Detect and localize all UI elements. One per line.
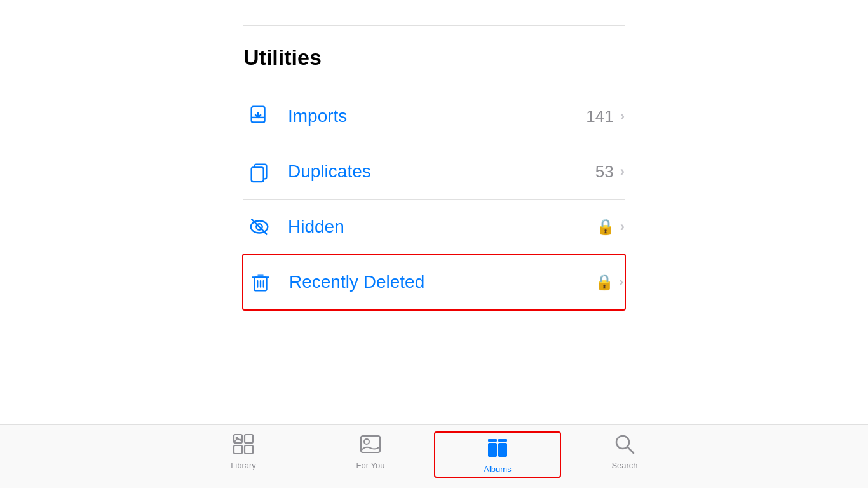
library-tab-icon [231, 431, 256, 457]
tab-library[interactable]: Library [180, 431, 307, 470]
imports-chevron: › [620, 108, 625, 125]
svg-rect-23 [488, 439, 497, 442]
duplicates-count: 53 [595, 162, 614, 182]
imports-label: Imports [288, 106, 586, 126]
duplicate-icon [243, 156, 275, 187]
recently-deleted-chevron: › [619, 274, 623, 290]
for-you-tab-icon [358, 431, 383, 457]
utilities-list: Imports 141 › Duplicates 53 › [243, 89, 625, 309]
search-tab-label: Search [611, 461, 637, 470]
hidden-label: Hidden [288, 217, 596, 237]
svg-point-20 [364, 439, 369, 444]
svg-rect-24 [498, 439, 507, 442]
svg-rect-15 [245, 435, 253, 443]
library-tab-label: Library [231, 461, 256, 470]
svg-rect-19 [361, 436, 380, 452]
duplicates-chevron: › [620, 163, 625, 180]
duplicates-label: Duplicates [288, 161, 595, 182]
hidden-chevron: › [620, 219, 625, 235]
svg-line-26 [627, 447, 634, 453]
recently-deleted-item[interactable]: Recently Deleted 🔒 › [242, 254, 626, 311]
hidden-item[interactable]: Hidden 🔒 › [243, 200, 625, 255]
imports-item[interactable]: Imports 141 › [243, 89, 625, 144]
for-you-tab-label: For You [356, 461, 385, 470]
albums-tab-icon [485, 435, 510, 461]
main-content: Utilities Imports 141 › [0, 0, 868, 424]
svg-rect-22 [498, 443, 507, 457]
recently-deleted-lock-icon: 🔒 [595, 273, 614, 291]
recently-deleted-label: Recently Deleted [289, 272, 595, 292]
trash-icon [245, 266, 276, 298]
svg-rect-21 [488, 443, 497, 457]
albums-tab-label: Albums [484, 464, 511, 474]
svg-rect-16 [234, 445, 242, 454]
tab-bar: Library For You Albums [0, 424, 868, 488]
section-title: Utilities [243, 45, 625, 70]
svg-rect-17 [245, 445, 253, 454]
svg-rect-4 [252, 167, 264, 182]
top-divider [243, 25, 625, 26]
hidden-lock-icon: 🔒 [596, 218, 615, 236]
search-tab-icon [612, 431, 637, 457]
hidden-icon [243, 211, 275, 243]
duplicates-item[interactable]: Duplicates 53 › [243, 144, 625, 200]
imports-count: 141 [586, 107, 613, 126]
tab-albums[interactable]: Albums [434, 431, 561, 478]
tab-for-you[interactable]: For You [307, 431, 434, 470]
tab-search[interactable]: Search [561, 431, 688, 470]
import-icon [243, 100, 275, 132]
